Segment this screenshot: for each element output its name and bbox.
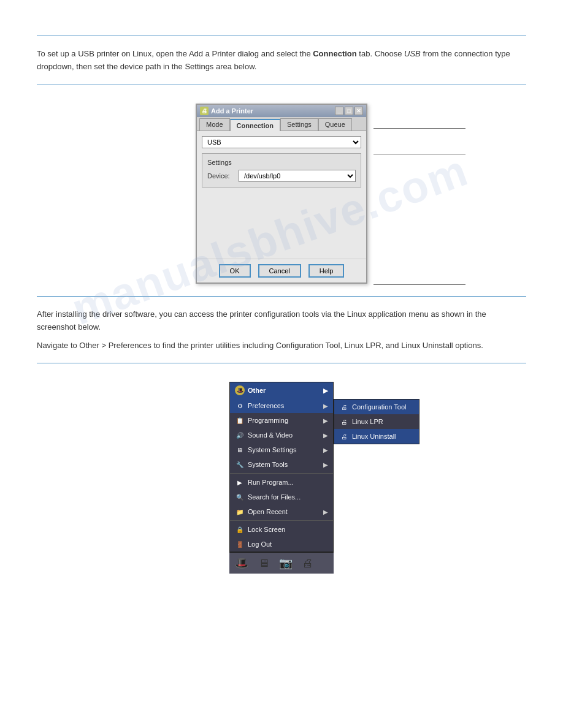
system-settings-arrow: ▶: [323, 447, 328, 453]
main-menu: 🎩 Other ▶ ⚙ Preferences ▶ 📋 Programming: [229, 382, 334, 552]
preferences-label: Preferences: [248, 402, 320, 409]
menu-separator-2: [230, 520, 333, 521]
sound-video-arrow: ▶: [323, 432, 328, 439]
linux-uninstall-label: Linux Uninstall: [352, 433, 396, 440]
section1-text1: To set up a USB printer on Linux, open t…: [37, 47, 526, 74]
maximize-btn[interactable]: □: [345, 107, 353, 115]
programming-arrow: ▶: [323, 417, 328, 424]
dialog-tabs: Mode Connection Settings Queue: [197, 117, 366, 131]
callout-line-tabs: [373, 128, 465, 129]
tab-settings[interactable]: Settings: [280, 118, 318, 131]
menu-header-icon: 🎩: [235, 385, 245, 395]
menu-item-system-tools[interactable]: 🔧 System Tools ▶: [230, 457, 333, 472]
menu-item-log-out[interactable]: 🚪 Log Out: [230, 537, 333, 552]
taskbar-monitor-icon[interactable]: 🖥: [255, 555, 272, 572]
cancel-button[interactable]: Cancel: [258, 264, 301, 278]
linux-uninstall-icon: 🖨: [339, 431, 349, 441]
menu-header-label: Other: [248, 387, 266, 394]
menu-separator-1: [230, 473, 333, 474]
menu-item-search-files[interactable]: 🔍 Search for Files...: [230, 490, 333, 504]
lock-screen-label: Lock Screen: [248, 526, 328, 533]
system-settings-icon: 🖥: [235, 445, 245, 455]
taskbar-hat-icon[interactable]: 🎩: [233, 555, 250, 572]
preferences-arrow: ▶: [323, 403, 328, 409]
section1-divider: [37, 85, 526, 85]
settings-label: Settings: [207, 159, 356, 166]
search-files-icon: 🔍: [235, 492, 245, 502]
submenu-preferences: 🖨 Configuration Tool 🖨 Linux LPR 🖨 Linux…: [334, 399, 419, 444]
config-tool-label: Configuration Tool: [352, 403, 406, 411]
dialog-titlebar-controls: _ □ ✕: [335, 107, 363, 115]
programming-label: Programming: [248, 417, 320, 424]
menu-item-open-recent[interactable]: 📁 Open Recent ▶: [230, 504, 333, 519]
dialog-title: Add a Printer: [211, 107, 253, 115]
dialog-spacer: [202, 192, 361, 254]
dialog-section-divider: [37, 296, 526, 297]
menu-container: 🎩 Other ▶ ⚙ Preferences ▶ 📋 Programming: [37, 382, 526, 574]
section2-divider: [37, 363, 526, 363]
open-recent-arrow: ▶: [323, 509, 328, 515]
top-divider: [37, 36, 526, 36]
search-files-label: Search for Files...: [248, 493, 328, 501]
menu-item-sound-video[interactable]: 🔊 Sound & Video ▶: [230, 428, 333, 442]
dialog-container: 🖨 Add a Printer _ □ ✕ Mode Connection Se…: [37, 104, 526, 284]
tab-queue[interactable]: Queue: [318, 118, 352, 131]
open-recent-icon: 📁: [235, 507, 245, 517]
menu-item-preferences[interactable]: ⚙ Preferences ▶: [230, 398, 333, 413]
help-button[interactable]: Help: [308, 264, 345, 278]
section2-text1: After installing the driver software, yo…: [37, 308, 526, 334]
sound-video-label: Sound & Video: [248, 431, 320, 439]
taskbar: 🎩 🖥 📷 🖨: [229, 552, 334, 574]
menu-item-run-program[interactable]: ▶ Run Program...: [230, 475, 333, 490]
taskbar-printer-icon[interactable]: 🖨: [299, 555, 316, 572]
add-printer-dialog: 🖨 Add a Printer _ □ ✕ Mode Connection Se…: [196, 104, 367, 284]
callout-line-buttons: [373, 284, 465, 285]
device-select[interactable]: /dev/usb/lp0: [239, 170, 356, 182]
sound-video-icon: 🔊: [235, 430, 245, 440]
dialog-icon: 🖨: [200, 107, 209, 115]
run-program-label: Run Program...: [248, 479, 328, 486]
submenu-item-linux-uninstall[interactable]: 🖨 Linux Uninstall: [334, 429, 419, 444]
open-recent-label: Open Recent: [248, 508, 320, 515]
device-row: Device: /dev/usb/lp0: [207, 170, 356, 182]
system-tools-icon: 🔧: [235, 460, 245, 469]
connection-row: USB: [202, 136, 361, 148]
tab-mode[interactable]: Mode: [199, 118, 230, 131]
menu-item-system-settings[interactable]: 🖥 System Settings ▶: [230, 442, 333, 457]
tab-connection[interactable]: Connection: [230, 119, 281, 131]
menu-header-other: 🎩 Other ▶: [230, 382, 333, 398]
linux-lpr-icon: 🖨: [339, 417, 349, 427]
linux-lpr-label: Linux LPR: [352, 418, 383, 425]
system-settings-label: System Settings: [248, 446, 320, 453]
log-out-label: Log Out: [248, 540, 328, 548]
dialog-footer: OK Cancel Help: [197, 259, 366, 282]
close-btn[interactable]: ✕: [354, 107, 363, 115]
log-out-icon: 🚪: [235, 539, 245, 549]
ok-button[interactable]: OK: [219, 264, 251, 278]
programming-icon: 📋: [235, 415, 245, 425]
menu-panel: 🎩 Other ▶ ⚙ Preferences ▶ 📋 Programming: [229, 382, 334, 574]
preferences-icon: ⚙: [235, 401, 245, 411]
dialog-titlebar: 🖨 Add a Printer _ □ ✕: [197, 105, 366, 117]
page-content: To set up a USB printer on Linux, open t…: [0, 0, 563, 610]
config-tool-icon: 🖨: [339, 402, 349, 412]
dialog-body: USB Settings Device: /dev/usb/lp0: [197, 131, 366, 259]
menu-wrapper: 🎩 Other ▶ ⚙ Preferences ▶ 📋 Programming: [229, 382, 334, 574]
callout-line-device: [373, 154, 465, 154]
menu-item-programming[interactable]: 📋 Programming ▶: [230, 413, 333, 428]
minimize-btn[interactable]: _: [335, 107, 343, 115]
dialog-titlebar-left: 🖨 Add a Printer: [200, 107, 253, 115]
lock-screen-icon: 🔒: [235, 525, 245, 534]
menu-item-lock-screen[interactable]: 🔒 Lock Screen: [230, 522, 333, 537]
submenu-item-config-tool[interactable]: 🖨 Configuration Tool: [334, 400, 419, 414]
system-tools-arrow: ▶: [323, 461, 328, 468]
taskbar-camera-icon[interactable]: 📷: [277, 555, 294, 572]
system-tools-label: System Tools: [248, 461, 320, 468]
device-label: Device:: [207, 172, 235, 180]
section2-text2: Navigate to Other > Preferences to find …: [37, 339, 526, 352]
submenu-item-linux-lpr[interactable]: 🖨 Linux LPR: [334, 414, 419, 429]
connection-select[interactable]: USB: [202, 136, 361, 148]
settings-group: Settings Device: /dev/usb/lp0: [202, 153, 361, 188]
run-program-icon: ▶: [235, 477, 245, 487]
